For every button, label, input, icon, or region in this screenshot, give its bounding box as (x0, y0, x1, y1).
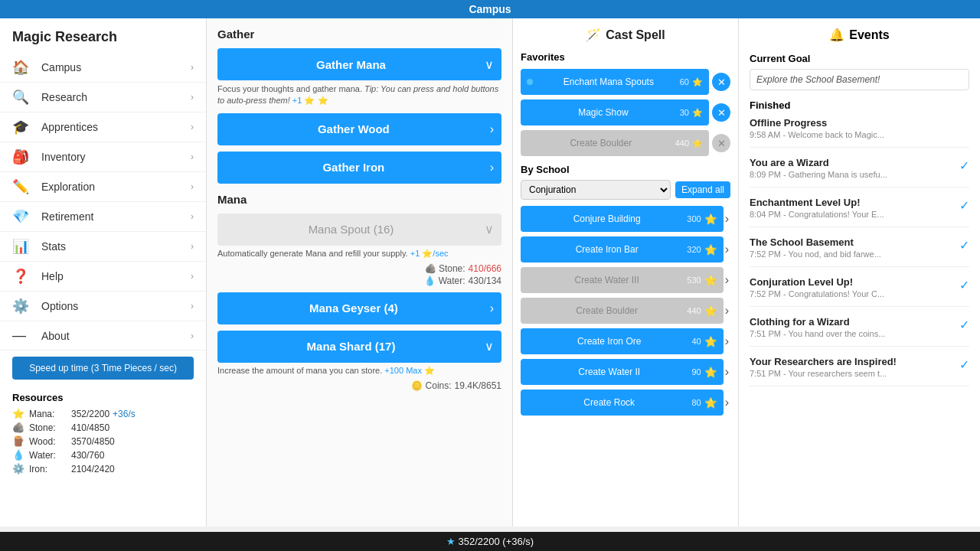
sidebar-item-inventory[interactable]: 🎒 Inventory › (0, 142, 206, 172)
sidebar-item-campus[interactable]: 🏠 Campus › (0, 53, 206, 83)
sidebar-label-exploration: Exploration (41, 181, 191, 193)
create-boulder-expand-button[interactable]: › (724, 304, 730, 318)
mana-geyser-button[interactable]: Mana Geyser (4) › (217, 292, 501, 324)
gather-iron-label: Gather Iron (225, 161, 482, 174)
gather-wood-button[interactable]: Gather Wood › (217, 113, 501, 145)
create-water-ii-label: Create Water II (527, 367, 691, 377)
conjure-building-label: Conjure Building (527, 214, 687, 224)
speed-up-button[interactable]: Speed up time (3 Time Pieces / sec) (12, 357, 194, 380)
water-label: Water: (29, 450, 71, 461)
event-wizard: You are a Wizard 8:09 PM - Gathering Man… (750, 157, 969, 187)
school-select[interactable]: Conjuration Enchantment Illusion Transmu… (521, 180, 671, 200)
mana-shard-arrow-icon: ∨ (477, 339, 501, 354)
gather-mana-button[interactable]: Gather Mana ∨ (217, 48, 501, 80)
create-iron-bar-label: Create Iron Bar (527, 244, 687, 255)
mana-spout-desc: Automatically generate Mana and refill y… (217, 249, 501, 259)
gather-iron-button[interactable]: Gather Iron › (217, 152, 501, 184)
create-rock-expand-button[interactable]: › (724, 396, 730, 409)
gather-mana-desc: Focus your thoughts and gather mana. Tip… (217, 83, 501, 107)
remove-favorite-0-button[interactable]: ✕ (712, 73, 730, 91)
create-boulder-fav-button[interactable]: Create Boulder 440 ⭐ (521, 130, 709, 156)
home-icon: 🏠 (12, 59, 34, 76)
create-boulder-button[interactable]: Create Boulder 440 ⭐ (521, 298, 724, 324)
bottom-bar: ★ 352/2200 (+36/s) (0, 532, 980, 551)
about-icon: — (12, 328, 34, 344)
expand-all-button[interactable]: Expand all (675, 181, 730, 198)
conjure-building-button[interactable]: Conjure Building 300 ⭐ (521, 206, 724, 232)
sidebar-item-retirement[interactable]: 💎 Retirement › (0, 202, 206, 232)
sidebar-title: Magic Research (0, 18, 206, 53)
sidebar-item-research[interactable]: 🔍 Research › (0, 83, 206, 112)
mana-spout-cost-water: 💧 Water: 430/134 (217, 276, 501, 286)
create-boulder-label: Create Boulder (527, 305, 687, 316)
remove-favorite-2-button[interactable]: ✕ (712, 134, 730, 152)
magic-show-button[interactable]: Magic Show 30 ⭐ (521, 99, 709, 126)
create-iron-ore-button[interactable]: Create Iron Ore 40 ⭐ (521, 328, 724, 354)
remove-favorite-1-button[interactable]: ✕ (712, 103, 730, 122)
mana-geyser-label: Mana Geyser (4) (225, 302, 482, 315)
mana-spout-label: Mana Spout (16) (225, 223, 477, 236)
create-water-ii-button[interactable]: Create Water II 90 ⭐ (521, 359, 724, 385)
create-iron-ore-expand-button[interactable]: › (724, 334, 730, 348)
create-water-ii-expand-button[interactable]: › (724, 365, 730, 379)
sidebar-item-apprentices[interactable]: 🎓 Apprentices › (0, 112, 206, 142)
event-title-2: Enchantment Level Up! (750, 197, 953, 208)
conjure-building-expand-button[interactable]: › (724, 212, 730, 226)
create-water-iii-button[interactable]: Create Water III 530 ⭐ (521, 267, 724, 293)
cast-spell-title: Cast Spell (606, 28, 665, 42)
active-dot-icon (527, 79, 533, 85)
create-rock-label: Create Rock (527, 397, 691, 408)
create-rock-button[interactable]: Create Rock 80 ⭐ (521, 390, 724, 416)
stone-label: Stone: (29, 422, 71, 433)
gather-iron-arrow-icon: › (482, 161, 501, 174)
bottom-star-icon: ★ (446, 536, 456, 547)
sidebar-item-about[interactable]: — About › (0, 321, 206, 350)
sidebar-item-help[interactable]: ❓ Help › (0, 262, 206, 292)
chevron-right-icon: › (191, 331, 194, 341)
chevron-right-icon: › (191, 301, 194, 311)
event-title-4: Conjuration Level Up! (750, 276, 953, 288)
sidebar-item-stats[interactable]: 📊 Stats › (0, 232, 206, 262)
wood-value: 3570/4850 (71, 436, 115, 447)
gather-mana-wrapper: Gather Mana ∨ Focus your thoughts and ga… (217, 48, 501, 107)
enchant-mana-spouts-button[interactable]: Enchant Mana Spouts 60 ⭐ (521, 69, 709, 95)
retirement-icon: 💎 (12, 208, 34, 225)
create-iron-ore-cost: 40 (691, 337, 701, 346)
school-spell-0: Conjure Building 300 ⭐ › (521, 206, 730, 232)
event-researchers: Your Researchers are Inspired! 7:51 PM -… (750, 356, 969, 386)
sidebar-item-exploration[interactable]: ✏️ Exploration › (0, 172, 206, 202)
sidebar-label-options: Options (41, 300, 191, 312)
help-icon: ❓ (12, 268, 34, 285)
mana-geyser-wrapper: Mana Geyser (4) › (217, 292, 501, 324)
resource-stone: 🪨 Stone: 410/4850 (12, 422, 194, 433)
chevron-right-icon: › (191, 152, 194, 162)
stats-icon: 📊 (12, 238, 34, 255)
event-time-2: 8:04 PM - Congratulations! Your E... (750, 210, 953, 219)
event-title-3: The School Basement (750, 236, 953, 248)
event-time-5: 7:51 PM - You hand over the coins... (750, 329, 953, 338)
bell-icon: 🔔 (829, 28, 844, 42)
event-title-6: Your Researchers are Inspired! (750, 356, 953, 367)
gather-section-title: Gather (217, 28, 501, 41)
conjure-building-cost: 300 (687, 214, 701, 223)
school-spell-2: Create Water III 530 ⭐ › (521, 267, 730, 293)
sidebar-item-options[interactable]: ⚙️ Options › (0, 292, 206, 321)
research-icon: 🔍 (12, 89, 34, 106)
gather-mana-arrow-icon: ∨ (477, 57, 501, 72)
mana-spout-arrow-icon: ∨ (477, 222, 501, 236)
water-icon: 💧 (12, 449, 24, 461)
mana-shard-button[interactable]: Mana Shard (17) ∨ (217, 331, 501, 363)
exploration-icon: ✏️ (12, 178, 34, 195)
stone-icon: 🪨 (12, 422, 24, 433)
mana-section-title: Mana (217, 193, 501, 206)
create-water-iii-cost: 530 (687, 276, 701, 285)
create-iron-bar-button[interactable]: Create Iron Bar 320 ⭐ (521, 236, 724, 262)
event-time-1: 8:09 PM - Gathering Mana is usefu... (750, 170, 953, 179)
resource-water: 💧 Water: 430/760 (12, 449, 194, 461)
check-icon-1: ✓ (959, 158, 969, 173)
finished-title: Finished (750, 99, 969, 111)
create-water-iii-expand-button[interactable]: › (724, 273, 730, 287)
mana-spout-button[interactable]: Mana Spout (16) ∨ (217, 214, 501, 246)
gather-wood-arrow-icon: › (482, 122, 501, 136)
create-iron-bar-expand-button[interactable]: › (724, 243, 730, 256)
